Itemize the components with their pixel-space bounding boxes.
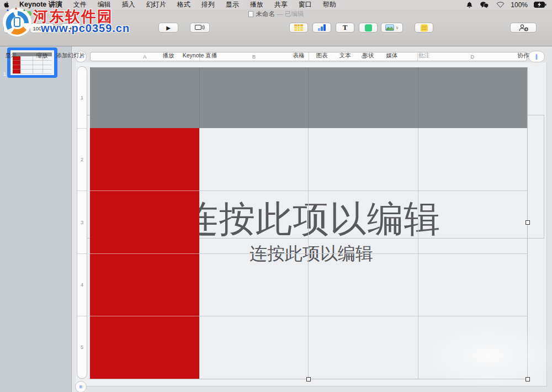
view-button[interactable]: [3, 23, 19, 33]
play-icon: ▶: [166, 25, 171, 31]
zoom-value: 100%: [33, 25, 46, 31]
text-tool-icon: T: [343, 23, 348, 32]
menu-item-arrange[interactable]: 排列: [196, 0, 220, 9]
table-header-row[interactable]: [90, 67, 527, 128]
notification-icon[interactable]: [463, 2, 476, 8]
add-column-handle[interactable]: ∥: [528, 51, 545, 62]
slide-number: 1: [3, 71, 6, 77]
row-header-2[interactable]: 2: [77, 129, 87, 191]
shape-label: 形状: [363, 52, 374, 60]
chart-label: 图表: [316, 52, 328, 60]
collaborate-label: 协作: [518, 52, 529, 60]
add-slide-label: 添加幻灯片: [56, 52, 86, 60]
apple-icon: [4, 1, 10, 8]
chevron-down-icon: ∨: [48, 26, 51, 31]
comment-button[interactable]: [415, 23, 433, 33]
menu-item-view[interactable]: 显示: [220, 0, 245, 9]
menu-item-keynote[interactable]: Keynote 讲演: [14, 0, 68, 9]
comment-label: 批注: [418, 52, 430, 60]
row-header-1[interactable]: 1: [77, 67, 87, 129]
keynote-live-label: Keynote 直播: [183, 52, 217, 60]
plus-icon: +: [68, 24, 73, 33]
apple-menu[interactable]: [0, 1, 14, 8]
play-label: 播放: [163, 52, 174, 60]
wifi-icon[interactable]: [492, 2, 508, 8]
row-reference-bar[interactable]: 1 2 3 4 5: [77, 66, 87, 379]
menu-bar: Keynote 讲演 文件 编辑 插入 幻灯片 格式 排列 显示 播放 共享 窗…: [0, 0, 552, 9]
shape-button[interactable]: [359, 23, 378, 33]
chevron-down-icon: ∨: [396, 25, 399, 30]
resize-handle-right[interactable]: [526, 220, 530, 225]
battery-icon: [530, 2, 552, 8]
broadcast-icon: [195, 24, 205, 31]
keynote-window: Keynote 讲演 文件 编辑 插入 幻灯片 格式 排列 显示 播放 共享 窗…: [0, 0, 552, 392]
slide-canvas: 连按此项以编辑 连按此项以编辑 A B∨ C D 1 2: [72, 46, 552, 392]
add-row-handle[interactable]: ≡: [75, 381, 87, 392]
zoom-label: 缩放: [36, 52, 48, 60]
menu-item-share[interactable]: 共享: [269, 0, 293, 9]
document-title: 未命名: [256, 10, 275, 17]
toolbar: 显示 100%∨ 缩放 + 添加幻灯片 ▶ 播放 Keynote 直播 表格: [0, 18, 552, 46]
menu-item-file[interactable]: 文件: [68, 0, 92, 9]
media-label: 媒体: [386, 52, 398, 60]
background-highlight-blob: [420, 322, 552, 389]
zoom-control[interactable]: 100%∨: [30, 23, 54, 33]
collaborate-button[interactable]: [510, 23, 537, 33]
column-reference-bar[interactable]: A B∨ C D: [90, 52, 527, 61]
menu-item-window[interactable]: 窗口: [293, 0, 317, 9]
resize-handle-corner[interactable]: [526, 377, 530, 382]
text-button[interactable]: T: [336, 23, 354, 33]
collaborate-icon: [518, 24, 529, 31]
parallel-bars-icon: ∥: [535, 54, 538, 60]
chart-button[interactable]: [312, 23, 331, 33]
play-button[interactable]: ▶: [158, 23, 178, 33]
table-button[interactable]: [289, 23, 308, 33]
menu-item-play[interactable]: 播放: [245, 0, 269, 9]
table-label: 表格: [293, 52, 305, 60]
row-header-4[interactable]: 4: [77, 254, 87, 316]
media-button[interactable]: ∨: [381, 23, 403, 33]
menu-item-help[interactable]: 帮助: [317, 0, 342, 9]
text-label: 文本: [339, 52, 351, 60]
media-icon: [385, 24, 394, 31]
chart-icon: [318, 24, 326, 31]
chat-icon[interactable]: [476, 2, 492, 8]
view-icon: [7, 25, 15, 31]
title-bar[interactable]: 未命名 — 已编辑: [0, 9, 552, 18]
column-header-d[interactable]: D: [418, 52, 527, 61]
document-proxy-icon[interactable]: [248, 11, 253, 17]
keynote-live-button[interactable]: [190, 23, 210, 33]
shape-icon: [365, 24, 372, 31]
row-header-5[interactable]: 5: [77, 316, 87, 378]
battery-percent: 100%: [508, 1, 530, 9]
edited-badge: — 已编辑: [277, 10, 304, 17]
add-slide-button[interactable]: +: [61, 23, 81, 33]
rows-icon: ≡: [79, 384, 83, 390]
view-label: 显示: [6, 52, 17, 60]
comment-icon: [421, 24, 428, 31]
menu-item-format[interactable]: 格式: [172, 0, 196, 9]
menu-item-slide[interactable]: 幻灯片: [141, 0, 172, 9]
row-header-3[interactable]: 3: [77, 191, 87, 254]
slide-navigator: 1: [0, 46, 72, 392]
resize-handle-bottom[interactable]: [306, 377, 311, 382]
table-icon: [294, 24, 303, 31]
menu-item-edit[interactable]: 编辑: [92, 0, 116, 9]
menu-item-insert[interactable]: 插入: [116, 0, 141, 9]
window-title: 未命名 — 已编辑: [0, 10, 552, 18]
